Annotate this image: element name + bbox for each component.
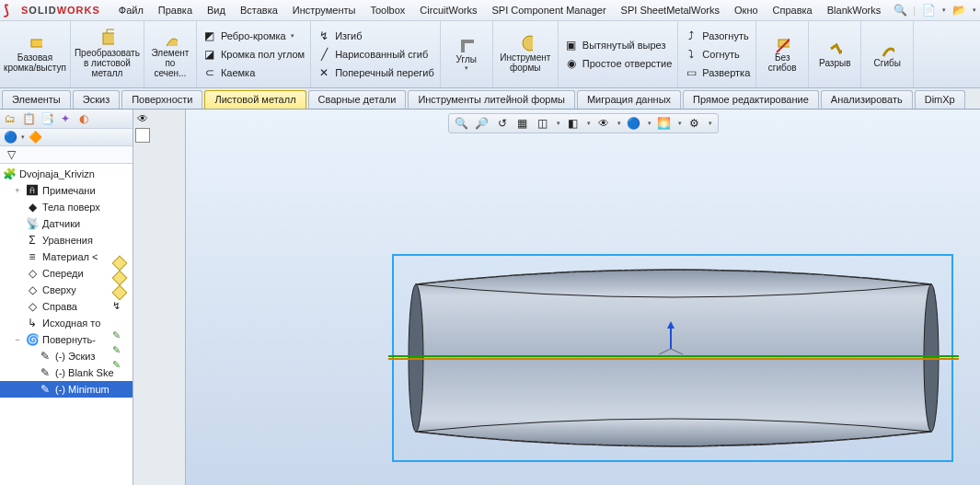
ribbon-flatten[interactable]: ▭Развертка <box>680 64 754 81</box>
menu-spi-component[interactable]: SPI Component Manager <box>484 2 613 18</box>
feature-filter[interactable]: ▽ <box>0 146 133 164</box>
appearance-icon[interactable]: 🔵 <box>2 129 18 145</box>
fold-icon: ⤵ <box>684 47 698 62</box>
graphics-view[interactable]: 🔍 🔎 ↺ ▦ ◫▾ ◧▾ 👁▾ 🔵▾ 🌅▾ ⚙▾ <box>186 110 980 485</box>
ribbon-item-label: Изгиб <box>335 30 362 41</box>
view-settings-icon[interactable]: ⚙ <box>687 116 702 131</box>
dropdown-icon: ▾ <box>465 64 468 72</box>
feature-tree[interactable]: 🧩 Dvojnaja_Krivizn +🅰Примечани◆Тела пове… <box>0 164 133 485</box>
ribbon-jog[interactable]: ↯Изгиб <box>313 28 438 44</box>
ribbon-extruded-cut[interactable]: ▣Вытянутый вырез <box>560 37 676 53</box>
menu-edit[interactable]: Правка <box>151 2 200 18</box>
ribbon-label: Преобразовать в листовой металл <box>75 48 140 78</box>
tree-node[interactable]: ΣУравнения <box>0 232 133 248</box>
dropdown-icon[interactable]: ▾ <box>557 120 560 127</box>
hide-show-icon[interactable]: 👁 <box>135 111 150 126</box>
tree-node-label: (-) Blank Ske <box>55 367 114 378</box>
property-tab-icon[interactable]: 📋 <box>20 110 37 127</box>
ribbon-rip[interactable]: Разрыв <box>809 21 861 87</box>
menu-insert[interactable]: Вставка <box>233 2 285 18</box>
menu-help[interactable]: Справка <box>766 2 820 18</box>
dropdown-icon[interactable]: ▾ <box>709 120 712 127</box>
dropdown-icon[interactable]: ▾ <box>587 120 591 127</box>
prev-view-icon[interactable]: ↺ <box>495 116 510 131</box>
tab-weldments[interactable]: Сварные детали <box>308 90 407 109</box>
app-logo: ⟆ SOLIDWORKS <box>4 3 100 17</box>
dropdown-icon[interactable]: ▾ <box>617 120 621 127</box>
new-doc-icon[interactable]: 📄 <box>921 3 936 17</box>
ribbon-sketched-bend[interactable]: ╱Нарисованный сгиб <box>313 46 438 63</box>
ribbon-lofted-bend[interactable]: Элемент по сечен... <box>144 21 197 87</box>
display-state-icon[interactable] <box>135 128 150 143</box>
zoom-fit-icon[interactable]: 🔍 <box>455 116 469 131</box>
dropdown-icon[interactable]: ▾ <box>21 133 25 141</box>
tab-sketch[interactable]: Эскиз <box>73 90 120 109</box>
tab-dimxpert[interactable]: DimXp <box>915 90 965 109</box>
decal-icon[interactable]: 🔶 <box>27 129 43 145</box>
funnel-icon: ▽ <box>4 147 18 162</box>
menu-blankworks[interactable]: BlankWorks <box>820 2 888 18</box>
ribbon-forming-tool[interactable]: Инструмент формы <box>493 21 559 87</box>
tab-mold-tools[interactable]: Инструменты литейной формы <box>408 90 575 109</box>
dimxpert-tab-icon[interactable]: ✦ <box>57 110 74 127</box>
dropdown-icon[interactable]: ▾ <box>678 120 682 127</box>
tree-root[interactable]: 🧩 Dvojnaja_Krivizn <box>0 166 133 182</box>
separator: | <box>913 5 916 16</box>
display-pane: 👁 <box>133 110 186 485</box>
dropdown-icon[interactable]: ▾ <box>942 6 946 14</box>
menu-file[interactable]: Файл <box>111 2 151 18</box>
ribbon-corners[interactable]: Углы▾ <box>441 21 493 87</box>
ribbon-hem[interactable]: ⊂Каемка <box>199 64 308 81</box>
tree-node[interactable]: +🅰Примечани <box>0 182 133 199</box>
ribbon-cross-break[interactable]: ✕Поперечный перегиб <box>313 64 438 81</box>
ribbon-simple-hole[interactable]: ◉Простое отверстие <box>560 55 676 72</box>
edit-appearance-icon[interactable]: 🔵 <box>627 116 641 131</box>
menu-tools[interactable]: Инструменты <box>285 2 363 18</box>
hide-show-items-icon[interactable]: 👁 <box>596 116 611 131</box>
part-geometry[interactable] <box>388 248 959 468</box>
ribbon-convert-sheetmetal[interactable]: Преобразовать в листовой металл <box>71 21 144 87</box>
display-tab-icon[interactable]: ◐ <box>75 110 92 127</box>
ribbon-miter-flange[interactable]: ◪Кромка пол углом <box>199 46 308 63</box>
tree-node[interactable]: 📡Датчики <box>0 215 133 232</box>
apply-scene-icon[interactable]: 🌅 <box>657 116 672 131</box>
menubar: ⟆ SOLIDWORKS Файл Правка Вид Вставка Инс… <box>0 0 980 21</box>
ribbon-base-flange[interactable]: Базовая кромка/выступ <box>0 21 71 87</box>
tab-direct-edit[interactable]: Прямое редактирование <box>683 90 819 109</box>
section-view-icon[interactable]: ▦ <box>515 116 530 131</box>
ribbon-item-label: Поперечный перегиб <box>335 67 434 78</box>
menu-view[interactable]: Вид <box>200 2 233 18</box>
ribbon-unfold[interactable]: ⤴Разогнуть <box>680 28 754 44</box>
tree-twisty[interactable]: + <box>13 186 22 195</box>
display-style-icon[interactable]: ◧ <box>566 116 581 131</box>
tab-surfaces[interactable]: Поверхности <box>121 90 202 109</box>
command-tabs: Элементы Эскиз Поверхности Листовой мета… <box>0 88 980 110</box>
view-orientation-icon[interactable]: ◫ <box>536 116 550 131</box>
ribbon-fold[interactable]: ⤵Согнуть <box>680 46 754 63</box>
menu-toolbox[interactable]: Toolbox <box>363 2 412 18</box>
ribbon-edge-flange[interactable]: ◩Ребро-кромка▾ <box>199 28 308 44</box>
open-doc-icon[interactable]: 📂 <box>951 3 966 17</box>
tab-data-migration[interactable]: Миграция данных <box>577 90 681 109</box>
ribbon-bends[interactable]: Сгибы <box>861 21 914 87</box>
menu-circuitworks[interactable]: CircuitWorks <box>412 2 484 18</box>
menu-spi-sheetmetal[interactable]: SPI SheetMetalWorks <box>614 2 727 18</box>
tree-twisty[interactable]: − <box>13 335 22 344</box>
feature-tree-tab-icon[interactable]: 🗂 <box>2 110 18 127</box>
zoom-area-icon[interactable]: 🔎 <box>475 116 490 131</box>
tab-sheetmetal[interactable]: Листовой металл <box>204 90 306 109</box>
ribbon-no-bends[interactable]: Без сгибов <box>756 21 809 87</box>
tab-evaluate[interactable]: Анализировать <box>821 90 913 109</box>
ribbon-item-label: Каемка <box>221 67 255 78</box>
tree-node[interactable]: ◆Тела поверх <box>0 199 133 215</box>
tree-node[interactable]: ◇Сверху <box>0 282 133 298</box>
rip-icon <box>827 41 842 56</box>
search-icon[interactable]: 🔍 <box>893 3 907 17</box>
tree-node[interactable]: ✎(-) Minimum <box>0 381 133 398</box>
dropdown-icon[interactable]: ▾ <box>973 6 976 14</box>
tree-node-label: (-) Эскиз <box>55 351 95 362</box>
config-tab-icon[interactable]: 📑 <box>39 110 55 127</box>
dropdown-icon[interactable]: ▾ <box>648 120 651 127</box>
tab-features[interactable]: Элементы <box>2 90 71 109</box>
menu-window[interactable]: Окно <box>727 2 766 18</box>
